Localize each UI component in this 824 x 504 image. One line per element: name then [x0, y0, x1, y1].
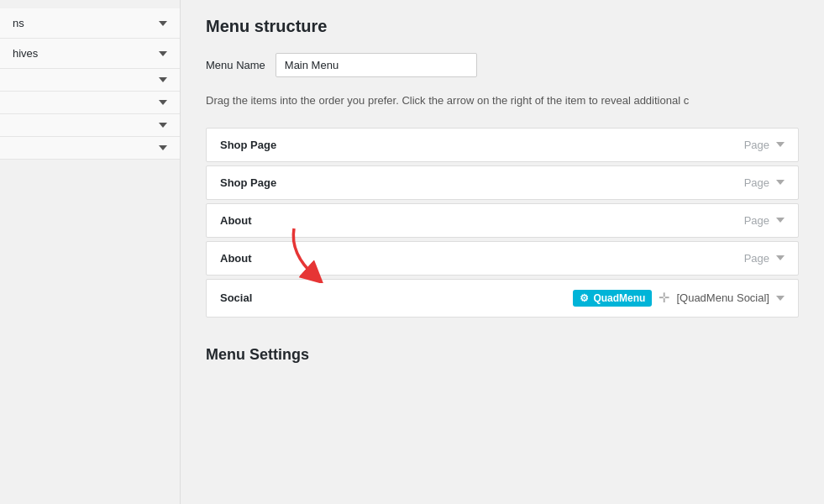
sidebar-item-3[interactable] [0, 69, 180, 92]
chevron-down-icon[interactable] [776, 296, 785, 301]
chevron-down-icon[interactable] [776, 142, 785, 147]
menu-item-about1-left: About [220, 214, 252, 227]
menu-item-shop1[interactable]: Shop Page Page [206, 128, 799, 162]
quadmenu-badge[interactable]: ⚙ QuadMenu [573, 290, 652, 307]
menu-settings-title: Menu Settings [206, 346, 799, 364]
menu-name-input[interactable] [276, 53, 477, 77]
chevron-down-icon [159, 100, 167, 105]
menu-name-row: Menu Name [206, 53, 799, 77]
menu-item-about1-name: About [220, 214, 252, 227]
sidebar-top-items: ns hives [0, 0, 180, 160]
quadmenu-social-label: [QuadMenu Social] [676, 291, 769, 304]
menu-item-about2-right: Page [744, 252, 785, 265]
chevron-down-icon[interactable] [776, 180, 785, 185]
sidebar-ns-label: ns [13, 17, 24, 29]
menu-item-shop1-type: Page [744, 139, 769, 151]
menu-item-shop1-name: Shop Page [220, 139, 276, 151]
sidebar-item-4[interactable] [0, 92, 180, 114]
main-content: Menu structure Menu Name Drag the items … [181, 0, 824, 504]
menu-item-shop2-right: Page [744, 176, 785, 189]
menu-item-social[interactable]: Social ⚙ QuadMenu ✛ [QuadMenu Social] [206, 279, 799, 318]
section-title: Menu structure [206, 17, 799, 36]
menu-item-shop2-type: Page [744, 176, 769, 189]
menu-item-about2[interactable]: About Page [206, 241, 799, 276]
menu-item-shop2-left: Shop Page [220, 176, 276, 189]
chevron-down-icon [159, 123, 167, 128]
chevron-down-icon [159, 51, 167, 56]
sidebar-item-hives[interactable]: hives [0, 39, 180, 69]
sidebar-item-ns[interactable]: ns [0, 8, 180, 39]
menu-item-shop1-left: Shop Page [220, 139, 276, 151]
chevron-down-icon [159, 77, 167, 82]
menu-item-social-left: Social [220, 291, 252, 304]
menu-name-label: Menu Name [206, 59, 265, 71]
chevron-down-icon [159, 21, 167, 26]
menu-item-about2-type: Page [744, 252, 769, 265]
menu-item-about2-left: About [220, 252, 252, 265]
gear-icon: ⚙ [580, 292, 589, 304]
menu-item-shop2[interactable]: Shop Page Page [206, 165, 799, 200]
menu-item-about2-name: About [220, 252, 252, 265]
menu-item-about1-type: Page [744, 214, 769, 227]
menu-item-shop2-name: Shop Page [220, 176, 276, 189]
chevron-down-icon[interactable] [776, 218, 785, 223]
menu-items-list: Shop Page Page Shop Page Page About Page [206, 128, 799, 321]
menu-item-shop1-right: Page [744, 139, 785, 151]
social-row-container: Social ⚙ QuadMenu ✛ [QuadMenu Social] [206, 279, 799, 321]
menu-item-about1[interactable]: About Page [206, 203, 799, 238]
sidebar: ns hives [0, 0, 181, 504]
chevron-down-icon[interactable] [776, 255, 785, 260]
move-icon[interactable]: ✛ [659, 290, 669, 306]
menu-item-about1-right: Page [744, 214, 785, 227]
instructions-text: Drag the items into the order you prefer… [206, 92, 799, 109]
sidebar-item-6[interactable] [0, 137, 180, 160]
chevron-down-icon [159, 145, 167, 150]
sidebar-item-5[interactable] [0, 114, 180, 137]
menu-item-social-name: Social [220, 291, 252, 304]
sidebar-hives-label: hives [13, 47, 38, 60]
menu-item-social-right: ⚙ QuadMenu ✛ [QuadMenu Social] [573, 290, 785, 307]
quadmenu-badge-label: QuadMenu [593, 292, 645, 304]
